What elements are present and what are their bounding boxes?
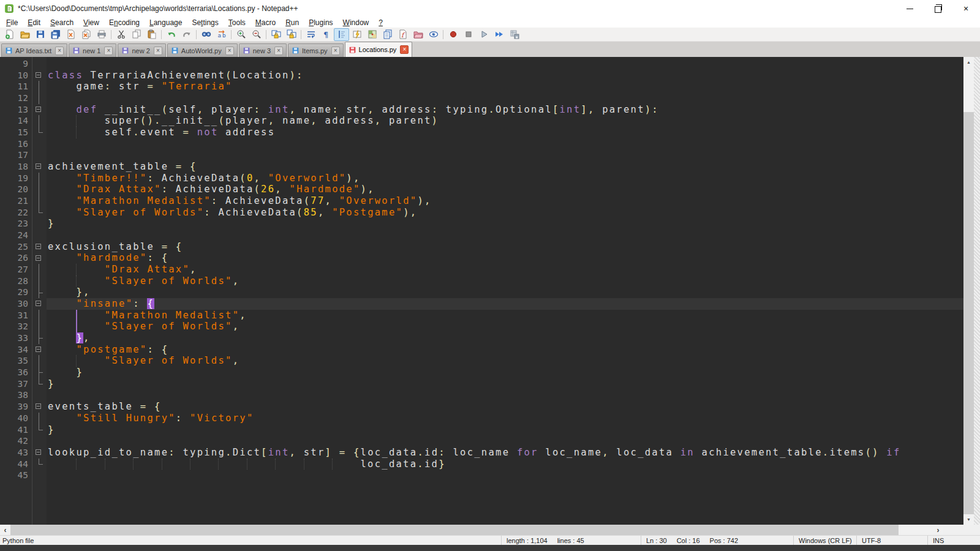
menu-item-macro[interactable]: Macro bbox=[251, 18, 281, 27]
find-button[interactable] bbox=[198, 28, 214, 41]
horizontal-scrollbar-thumb[interactable] bbox=[10, 525, 899, 535]
menu-item-run[interactable]: Run bbox=[281, 18, 304, 27]
code-line-36[interactable]: 36 } bbox=[0, 367, 963, 378]
tab-new-2[interactable]: new 2× bbox=[118, 43, 165, 57]
minimize-button[interactable] bbox=[895, 0, 924, 17]
tab-close-icon[interactable]: × bbox=[400, 45, 409, 54]
tab-close-icon[interactable]: × bbox=[331, 47, 340, 55]
code-line-45[interactable]: 45 bbox=[0, 470, 963, 481]
new-file-button[interactable] bbox=[2, 28, 17, 41]
horizontal-scrollbar[interactable]: ‹ › bbox=[0, 525, 943, 535]
code-line-37[interactable]: 37} bbox=[0, 378, 963, 390]
word-wrap-button[interactable] bbox=[303, 28, 318, 41]
function-list-button[interactable] bbox=[395, 28, 410, 41]
save-file-button[interactable] bbox=[32, 28, 48, 41]
scroll-up-arrow-icon[interactable]: ▲ bbox=[963, 57, 974, 67]
code-line-11[interactable]: 11 game: str = "Terraria" bbox=[0, 81, 963, 92]
tab-close-icon[interactable]: × bbox=[55, 47, 64, 55]
code-line-20[interactable]: 20 "Drax Attax": AchieveData(26, "Hardmo… bbox=[0, 184, 963, 195]
code-line-12[interactable]: 12 bbox=[0, 92, 963, 104]
user-defined-language-button[interactable] bbox=[349, 28, 364, 41]
code-line-38[interactable]: 38 bbox=[0, 389, 963, 401]
menu-item-edit[interactable]: Edit bbox=[23, 18, 45, 27]
code-line-28[interactable]: 28 "Slayer of Worlds", bbox=[0, 276, 963, 287]
tab-items-py[interactable]: Items.py× bbox=[288, 43, 344, 57]
tab-close-icon[interactable]: × bbox=[274, 47, 283, 55]
menu-item-language[interactable]: Language bbox=[145, 18, 187, 27]
fold-collapse-icon[interactable] bbox=[32, 104, 47, 116]
macro-run-multiple-button[interactable] bbox=[491, 28, 507, 41]
tab-close-icon[interactable]: × bbox=[225, 47, 234, 55]
code-line-43[interactable]: 43lookup_id_to_name: typing.Dict[int, st… bbox=[0, 447, 963, 459]
macro-stop-button[interactable] bbox=[461, 28, 476, 41]
document-list-button[interactable] bbox=[380, 28, 395, 41]
code-line-25[interactable]: 25exclusion_table = { bbox=[0, 241, 963, 253]
paste-button[interactable] bbox=[144, 28, 159, 41]
document-map-button[interactable] bbox=[364, 28, 380, 41]
fold-collapse-icon[interactable] bbox=[32, 344, 47, 356]
close-file-button[interactable] bbox=[63, 28, 78, 41]
close-button[interactable]: × bbox=[952, 0, 980, 17]
code-line-23[interactable]: 23} bbox=[0, 218, 963, 230]
code-line-15[interactable]: 15 self.event = not address bbox=[0, 127, 963, 138]
menu-item-settings[interactable]: Settings bbox=[187, 18, 223, 27]
fold-collapse-icon[interactable] bbox=[32, 241, 47, 253]
code-line-27[interactable]: 27 "Drax Attax", bbox=[0, 264, 963, 276]
menu-item-view[interactable]: View bbox=[78, 18, 104, 27]
undo-button[interactable] bbox=[164, 28, 179, 41]
tab-new-3[interactable]: new 3× bbox=[239, 43, 287, 57]
code-line-26[interactable]: 26 "hardmode": { bbox=[0, 252, 963, 264]
code-line-9[interactable]: 9 bbox=[0, 58, 963, 70]
open-file-button[interactable] bbox=[17, 28, 32, 41]
monitoring-button[interactable] bbox=[426, 28, 441, 41]
close-all-button[interactable] bbox=[78, 28, 94, 41]
vertical-scrollbar[interactable]: ▲ ▼ bbox=[963, 57, 974, 525]
code-line-32[interactable]: 32 "Slayer of Worlds", bbox=[0, 321, 963, 332]
fold-collapse-icon[interactable] bbox=[32, 298, 47, 310]
code-line-34[interactable]: 34 "postgame": { bbox=[0, 344, 963, 356]
tab-ap-ideas-txt[interactable]: AP Ideas.txt× bbox=[1, 43, 67, 57]
fold-collapse-icon[interactable] bbox=[32, 70, 47, 81]
fold-collapse-icon[interactable] bbox=[32, 401, 47, 413]
macro-play-button[interactable] bbox=[476, 28, 491, 41]
code-line-21[interactable]: 21 "Marathon Medalist": AchieveData(77, … bbox=[0, 195, 963, 207]
macro-save-button[interactable] bbox=[507, 28, 522, 41]
fold-collapse-icon[interactable] bbox=[32, 447, 47, 459]
code-line-33[interactable]: 33 }, bbox=[0, 332, 963, 344]
folder-as-workspace-button[interactable] bbox=[410, 28, 426, 41]
zoom-in-button[interactable] bbox=[233, 28, 249, 41]
redo-button[interactable] bbox=[179, 28, 194, 41]
fold-collapse-icon[interactable] bbox=[32, 161, 47, 173]
cut-button[interactable] bbox=[113, 28, 129, 41]
code-line-39[interactable]: 39events_table = { bbox=[0, 401, 963, 413]
code-line-18[interactable]: 18achievement_table = { bbox=[0, 161, 963, 173]
code-line-35[interactable]: 35 "Slayer of Worlds", bbox=[0, 355, 963, 367]
code-line-42[interactable]: 42 bbox=[0, 435, 963, 447]
menu-item-?[interactable]: ? bbox=[374, 18, 388, 27]
menu-item-search[interactable]: Search bbox=[45, 18, 78, 27]
code-line-17[interactable]: 17 bbox=[0, 149, 963, 161]
tab-autoworld-py[interactable]: AutoWorld.py× bbox=[167, 43, 238, 57]
code-line-40[interactable]: 40 "Still Hungry": "Victory" bbox=[0, 413, 963, 424]
tab-close-icon[interactable]: × bbox=[154, 47, 162, 55]
menu-item-tools[interactable]: Tools bbox=[224, 18, 251, 27]
sync-horizontal-scroll-button[interactable] bbox=[284, 28, 299, 41]
save-all-button[interactable] bbox=[48, 28, 63, 41]
code-line-13[interactable]: 13 def __init__(self, player: int, name:… bbox=[0, 104, 963, 116]
code-line-24[interactable]: 24 bbox=[0, 230, 963, 241]
scroll-left-arrow-icon[interactable]: ‹ bbox=[0, 525, 10, 535]
menu-item-plugins[interactable]: Plugins bbox=[304, 18, 337, 27]
code-line-14[interactable]: 14 super().__init__(player, name, addres… bbox=[0, 115, 963, 127]
code-line-41[interactable]: 41} bbox=[0, 424, 963, 436]
vertical-scrollbar-thumb[interactable] bbox=[963, 112, 974, 514]
code-line-22[interactable]: 22 "Slayer of Worlds": AchieveData(85, "… bbox=[0, 207, 963, 219]
code-line-30[interactable]: 30 "insane": { bbox=[0, 298, 963, 310]
scroll-down-arrow-icon[interactable]: ▼ bbox=[963, 514, 974, 525]
scroll-right-arrow-icon[interactable]: › bbox=[933, 525, 943, 535]
menu-item-window[interactable]: Window bbox=[338, 18, 374, 27]
code-line-44[interactable]: 44 loc_data.id} bbox=[0, 459, 963, 470]
tab-close-icon[interactable]: × bbox=[104, 47, 113, 55]
macro-record-button[interactable] bbox=[445, 28, 461, 41]
replace-button[interactable] bbox=[214, 28, 229, 41]
code-line-16[interactable]: 16 bbox=[0, 138, 963, 150]
